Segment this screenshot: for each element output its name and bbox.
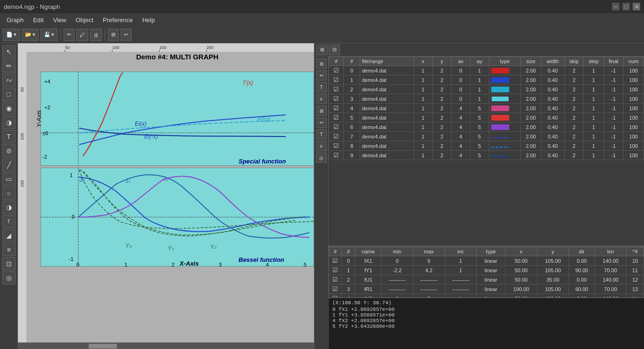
horizontal-scrollbar[interactable] (18, 342, 314, 349)
menu-help[interactable]: Help (138, 15, 160, 25)
menu-object[interactable]: Object (71, 15, 99, 25)
fill-tool[interactable]: ◑ (2, 201, 16, 214)
arrow-tool[interactable]: ↗↙ (2, 73, 16, 87)
edit-button[interactable]: ✏ (64, 29, 74, 41)
row-skip-0: 2 (564, 66, 584, 75)
row-check-1[interactable]: ☑ (329, 75, 344, 85)
row-x-1: 1 (413, 75, 432, 85)
new-button[interactable]: 📄▾ (3, 29, 20, 41)
axis-row-len-0: 140.00 (594, 256, 626, 266)
axis-row-check-0[interactable]: ☑ (329, 256, 342, 266)
row-check-2[interactable]: ☑ (329, 85, 344, 94)
rs-target-btn[interactable]: ◎ (316, 153, 327, 163)
maximize-button[interactable]: □ (622, 3, 630, 10)
axis-row-check-2[interactable]: ☑ (329, 275, 342, 284)
left-toolbar: ↖ ✏ ↗↙ □ ◉ ◑ T ⊘ ╱ ▭ ○ ◑ T ◢ ≡ ⊡ ◎ (0, 43, 18, 349)
circle-tool[interactable]: ◉ (2, 102, 16, 115)
row-check-9[interactable]: ☑ (329, 151, 344, 160)
lines-tool[interactable]: ≡ (2, 243, 16, 256)
axis-table-row[interactable]: ☑ 1 fY1 -2.2 4.2 1 linear 50.00 105.00 9… (329, 266, 644, 275)
row-num-2: 2 (344, 85, 360, 94)
row-x-4: 1 (413, 104, 432, 113)
calc-button[interactable]: ⊞ (108, 29, 119, 41)
rs-grid2-btn[interactable]: ⊞ (316, 106, 327, 116)
color-swatch-8 (491, 146, 509, 148)
axis-row-len-3: 70.00 (594, 284, 626, 294)
pen-button[interactable]: 🖊 (76, 29, 88, 41)
row-check-8[interactable]: ☑ (329, 141, 344, 151)
row-check-7[interactable]: ☑ (329, 132, 344, 141)
axis-row-check-4[interactable]: ☑ (329, 294, 342, 298)
draw-tool[interactable]: ✏ (2, 59, 16, 73)
axis-row-y-0: 105.00 (537, 256, 569, 266)
table-row[interactable]: ☑ 2 demo4.dat 1 2 0 1 2.00 0.40 2 1 -1 1… (329, 85, 644, 94)
right-tool-table[interactable]: ⊟ (329, 45, 340, 55)
select-tool[interactable]: ↖ (2, 45, 16, 58)
table-row[interactable]: ☑ 4 demo4.dat 1 2 4 5 2.00 0.40 2 1 -1 1… (329, 104, 644, 113)
row-check-4[interactable]: ☑ (329, 104, 344, 113)
right-tool-grid[interactable]: ⊞ (316, 45, 328, 55)
table-row[interactable]: ☑ 9 demo4.dat 1 2 4 5 2.00 0.40 2 1 -1 1… (329, 151, 644, 160)
axis-table-row[interactable]: ☑ 4 fX2 0 5 1 linear 50.00 180.00 0.00 1… (329, 294, 644, 298)
row-check-0[interactable]: ☑ (329, 66, 344, 75)
axis-table-row[interactable]: ☑ 2 fU1 ---------- ---------- ----------… (329, 275, 644, 284)
half-circle-tool[interactable]: ◑ (2, 116, 16, 129)
open-button[interactable]: 📂▾ (22, 29, 39, 41)
target-tool[interactable]: ◎ (2, 271, 16, 284)
close-button[interactable]: ✕ (633, 3, 640, 10)
rs-text-btn[interactable]: T (316, 82, 327, 92)
table-row[interactable]: ☑ 0 demo4.dat 1 2 0 1 2.00 0.40 2 1 -1 1… (329, 66, 644, 75)
text-tool[interactable]: T (2, 130, 16, 143)
hscroll-thumb[interactable] (89, 344, 117, 349)
undo-button[interactable]: ↩ (121, 29, 132, 41)
menu-preference[interactable]: Preference (98, 15, 138, 25)
rs-edit-btn[interactable]: ✏ (316, 117, 327, 128)
axis-table-row[interactable]: ☑ 3 fR1 ---------- ---------- ----------… (329, 284, 644, 294)
axis-table-row[interactable]: ☑ 0 fX1 0 5 1 linear 50.00 105.00 0.00 1… (329, 256, 644, 266)
table-row[interactable]: ☑ 7 demo4.dat 1 2 4 5 2.00 0.40 2 1 -1 1… (329, 132, 644, 141)
svg-text:+2: +2 (44, 105, 50, 110)
rs-menu2-btn[interactable]: ≡ (316, 141, 327, 151)
menu-graph[interactable]: Graph (2, 15, 28, 25)
svg-text:J₁: J₁ (125, 178, 131, 184)
rect-tool[interactable]: □ (2, 88, 16, 101)
row-file-5: demo4.dat (360, 113, 413, 122)
print-button[interactable]: 🖨 (90, 29, 102, 41)
rs-text2-btn[interactable]: T (316, 129, 327, 139)
table-row[interactable]: ☑ 8 demo4.dat 1 2 4 5 2.00 0.40 2 1 -1 1… (329, 141, 644, 151)
axis-row-check-1[interactable]: ☑ (329, 266, 342, 275)
rs-grid-btn[interactable]: ⊞ (316, 58, 327, 69)
box-tool[interactable]: ▭ (2, 172, 16, 186)
axis-row-hat-3: 13 (627, 284, 644, 294)
cross-tool[interactable]: ⊘ (2, 144, 16, 157)
axis-row-max-3: ---------- (413, 284, 445, 294)
table-row[interactable]: ☑ 3 demo4.dat 1 2 0 1 2.00 0.40 2 1 -1 1… (329, 94, 644, 104)
row-check-5[interactable]: ☑ (329, 113, 344, 122)
axis-row-x-1: 50.00 (505, 266, 537, 275)
minimize-button[interactable]: ─ (612, 3, 619, 10)
triangle-tool[interactable]: ◢ (2, 229, 16, 242)
pen-icon: 🖊 (80, 32, 85, 38)
oval-tool[interactable]: ○ (2, 187, 16, 200)
row-check-3[interactable]: ☑ (329, 94, 344, 104)
graph-panel-1: +4 +2 ±0 -2 Ei(x) Γ(x (41, 72, 314, 166)
line-tool[interactable]: ╱ (2, 158, 16, 171)
menu-edit[interactable]: Edit (28, 15, 48, 25)
col-header-num: # (344, 57, 360, 66)
color-swatch-5 (491, 115, 509, 121)
rs-menu-btn[interactable]: ≡ (316, 94, 327, 104)
table-row[interactable]: ☑ 5 demo4.dat 1 2 4 5 2.00 0.40 2 1 -1 1… (329, 113, 644, 122)
row-check-6[interactable]: ☑ (329, 122, 344, 132)
row-ay-4: 5 (470, 104, 489, 113)
rs-eraser-btn[interactable]: ✏ (316, 70, 327, 81)
axis-row-num-0: 0 (341, 256, 355, 266)
menu-view[interactable]: View (49, 15, 71, 25)
save-button[interactable]: 💾▾ (41, 29, 58, 41)
axis-row-check-3[interactable]: ☑ (329, 284, 342, 294)
label-tool[interactable]: T (2, 215, 16, 228)
row-ax-3: 0 (451, 94, 470, 104)
table-row[interactable]: ☑ 1 demo4.dat 1 2 0 1 2.00 0.40 2 1 -1 1… (329, 75, 644, 85)
row-color-6 (489, 122, 520, 132)
grid-tool[interactable]: ⊡ (2, 257, 16, 270)
table-row[interactable]: ☑ 6 demo4.dat 1 2 4 5 2.00 0.40 2 1 -1 1… (329, 122, 644, 132)
